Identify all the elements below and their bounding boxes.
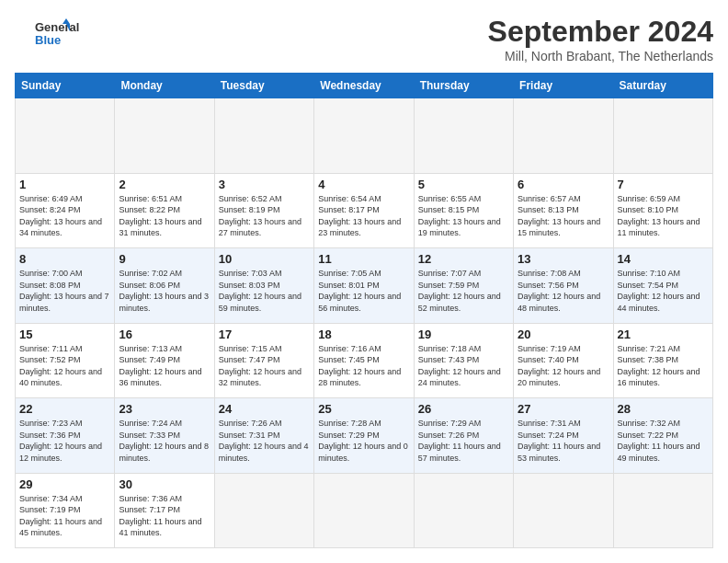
day-info: Sunrise: 7:02 AMSunset: 8:06 PMDaylight:… bbox=[119, 268, 210, 314]
day-number: 3 bbox=[219, 178, 310, 191]
day-number: 1 bbox=[19, 178, 110, 191]
day-number: 29 bbox=[19, 477, 110, 491]
calendar-cell bbox=[613, 98, 712, 174]
day-info: Sunrise: 7:15 AMSunset: 7:47 PMDaylight:… bbox=[219, 343, 310, 389]
day-number: 8 bbox=[19, 252, 110, 266]
day-info: Sunrise: 7:26 AMSunset: 7:31 PMDaylight:… bbox=[219, 418, 310, 464]
day-number: 17 bbox=[219, 327, 310, 341]
day-info: Sunrise: 7:11 AMSunset: 7:52 PMDaylight:… bbox=[19, 343, 110, 389]
calendar-cell: 21Sunrise: 7:21 AMSunset: 7:38 PMDayligh… bbox=[613, 323, 712, 398]
day-number: 4 bbox=[318, 178, 409, 191]
day-info: Sunrise: 7:32 AMSunset: 7:22 PMDaylight:… bbox=[618, 418, 709, 464]
day-number: 11 bbox=[318, 252, 409, 266]
day-number: 20 bbox=[518, 327, 609, 341]
calendar-cell: 10Sunrise: 7:03 AMSunset: 8:03 PMDayligh… bbox=[214, 248, 313, 324]
day-number: 28 bbox=[618, 402, 709, 416]
calendar-cell: 7Sunrise: 6:59 AMSunset: 8:10 PMDaylight… bbox=[613, 173, 712, 248]
day-info: Sunrise: 6:49 AMSunset: 8:24 PMDaylight:… bbox=[19, 193, 110, 239]
calendar-week-row: 1Sunrise: 6:49 AMSunset: 8:24 PMDaylight… bbox=[16, 173, 713, 248]
svg-text:Blue: Blue bbox=[35, 33, 61, 47]
day-info: Sunrise: 6:57 AMSunset: 8:13 PMDaylight:… bbox=[518, 193, 609, 239]
header: General Blue September 2024 Mill, North … bbox=[15, 15, 713, 63]
location: Mill, North Brabant, The Netherlands bbox=[488, 49, 713, 63]
calendar-cell: 1Sunrise: 6:49 AMSunset: 8:24 PMDaylight… bbox=[16, 173, 115, 248]
day-info: Sunrise: 7:21 AMSunset: 7:38 PMDaylight:… bbox=[618, 343, 709, 389]
calendar-cell: 20Sunrise: 7:19 AMSunset: 7:40 PMDayligh… bbox=[514, 323, 613, 398]
day-info: Sunrise: 7:00 AMSunset: 8:08 PMDaylight:… bbox=[19, 268, 110, 314]
calendar-cell: 13Sunrise: 7:08 AMSunset: 7:56 PMDayligh… bbox=[514, 248, 613, 324]
day-number: 12 bbox=[418, 252, 509, 266]
calendar-cell bbox=[16, 98, 115, 174]
calendar-table: SundayMondayTuesdayWednesdayThursdayFrid… bbox=[15, 73, 713, 548]
day-info: Sunrise: 7:03 AMSunset: 8:03 PMDaylight:… bbox=[219, 268, 310, 314]
calendar-header-saturday: Saturday bbox=[613, 74, 712, 98]
calendar-cell: 19Sunrise: 7:18 AMSunset: 7:43 PMDayligh… bbox=[414, 323, 513, 398]
calendar-cell: 24Sunrise: 7:26 AMSunset: 7:31 PMDayligh… bbox=[214, 398, 313, 474]
calendar-header-tuesday: Tuesday bbox=[214, 74, 313, 98]
calendar-cell bbox=[314, 98, 414, 174]
calendar-cell: 22Sunrise: 7:23 AMSunset: 7:36 PMDayligh… bbox=[16, 398, 115, 474]
day-number: 22 bbox=[19, 402, 110, 416]
day-info: Sunrise: 7:08 AMSunset: 7:56 PMDaylight:… bbox=[518, 268, 609, 314]
calendar-cell: 14Sunrise: 7:10 AMSunset: 7:54 PMDayligh… bbox=[613, 248, 712, 324]
day-info: Sunrise: 7:24 AMSunset: 7:33 PMDaylight:… bbox=[119, 418, 210, 464]
calendar-cell: 30Sunrise: 7:36 AMSunset: 7:17 PMDayligh… bbox=[115, 473, 214, 548]
calendar-cell: 11Sunrise: 7:05 AMSunset: 8:01 PMDayligh… bbox=[314, 248, 414, 324]
calendar-cell bbox=[214, 473, 313, 548]
calendar-cell: 16Sunrise: 7:13 AMSunset: 7:49 PMDayligh… bbox=[115, 323, 214, 398]
calendar-cell bbox=[414, 98, 513, 174]
calendar-cell: 25Sunrise: 7:28 AMSunset: 7:29 PMDayligh… bbox=[314, 398, 414, 474]
calendar-cell: 18Sunrise: 7:16 AMSunset: 7:45 PMDayligh… bbox=[314, 323, 414, 398]
calendar-cell: 6Sunrise: 6:57 AMSunset: 8:13 PMDaylight… bbox=[514, 173, 613, 248]
calendar-cell: 3Sunrise: 6:52 AMSunset: 8:19 PMDaylight… bbox=[214, 173, 313, 248]
day-number: 19 bbox=[418, 327, 509, 341]
calendar-cell: 15Sunrise: 7:11 AMSunset: 7:52 PMDayligh… bbox=[16, 323, 115, 398]
calendar-cell bbox=[613, 473, 712, 548]
calendar-cell bbox=[514, 473, 613, 548]
day-number: 9 bbox=[119, 252, 210, 266]
calendar-cell bbox=[414, 473, 513, 548]
calendar-header-row: SundayMondayTuesdayWednesdayThursdayFrid… bbox=[16, 74, 713, 98]
day-info: Sunrise: 7:34 AMSunset: 7:19 PMDaylight:… bbox=[19, 493, 110, 539]
day-number: 10 bbox=[219, 252, 310, 266]
calendar-cell: 2Sunrise: 6:51 AMSunset: 8:22 PMDaylight… bbox=[115, 173, 214, 248]
day-number: 2 bbox=[119, 178, 210, 191]
day-info: Sunrise: 7:13 AMSunset: 7:49 PMDaylight:… bbox=[119, 343, 210, 389]
month-title: September 2024 bbox=[488, 15, 713, 49]
calendar-week-row: 29Sunrise: 7:34 AMSunset: 7:19 PMDayligh… bbox=[16, 473, 713, 548]
day-info: Sunrise: 7:29 AMSunset: 7:26 PMDaylight:… bbox=[418, 418, 509, 464]
day-number: 25 bbox=[318, 402, 409, 416]
day-info: Sunrise: 7:16 AMSunset: 7:45 PMDaylight:… bbox=[318, 343, 409, 389]
day-number: 26 bbox=[418, 402, 509, 416]
day-info: Sunrise: 6:55 AMSunset: 8:15 PMDaylight:… bbox=[418, 193, 509, 239]
day-number: 27 bbox=[518, 402, 609, 416]
title-block: September 2024 Mill, North Brabant, The … bbox=[488, 15, 713, 63]
logo-icon: General Blue bbox=[15, 15, 88, 52]
calendar-cell: 8Sunrise: 7:00 AMSunset: 8:08 PMDaylight… bbox=[16, 248, 115, 324]
calendar-cell: 4Sunrise: 6:54 AMSunset: 8:17 PMDaylight… bbox=[314, 173, 414, 248]
calendar-header-wednesday: Wednesday bbox=[314, 74, 414, 98]
day-number: 5 bbox=[418, 178, 509, 191]
day-number: 23 bbox=[119, 402, 210, 416]
calendar-header-thursday: Thursday bbox=[414, 74, 513, 98]
calendar-week-row: 8Sunrise: 7:00 AMSunset: 8:08 PMDaylight… bbox=[16, 248, 713, 324]
day-info: Sunrise: 6:54 AMSunset: 8:17 PMDaylight:… bbox=[318, 193, 409, 239]
day-number: 13 bbox=[518, 252, 609, 266]
logo: General Blue bbox=[15, 15, 88, 52]
calendar-cell bbox=[314, 473, 414, 548]
calendar-week-row: 22Sunrise: 7:23 AMSunset: 7:36 PMDayligh… bbox=[16, 398, 713, 474]
calendar-header-monday: Monday bbox=[115, 74, 214, 98]
day-info: Sunrise: 7:31 AMSunset: 7:24 PMDaylight:… bbox=[518, 418, 609, 464]
calendar-header-sunday: Sunday bbox=[16, 74, 115, 98]
day-info: Sunrise: 7:05 AMSunset: 8:01 PMDaylight:… bbox=[318, 268, 409, 314]
day-number: 21 bbox=[618, 327, 709, 341]
day-info: Sunrise: 7:23 AMSunset: 7:36 PMDaylight:… bbox=[19, 418, 110, 464]
day-number: 16 bbox=[119, 327, 210, 341]
calendar-cell bbox=[514, 98, 613, 174]
day-info: Sunrise: 7:28 AMSunset: 7:29 PMDaylight:… bbox=[318, 418, 409, 464]
day-number: 18 bbox=[318, 327, 409, 341]
day-number: 7 bbox=[618, 178, 709, 191]
day-info: Sunrise: 7:07 AMSunset: 7:59 PMDaylight:… bbox=[418, 268, 509, 314]
calendar-cell: 29Sunrise: 7:34 AMSunset: 7:19 PMDayligh… bbox=[16, 473, 115, 548]
day-number: 14 bbox=[618, 252, 709, 266]
